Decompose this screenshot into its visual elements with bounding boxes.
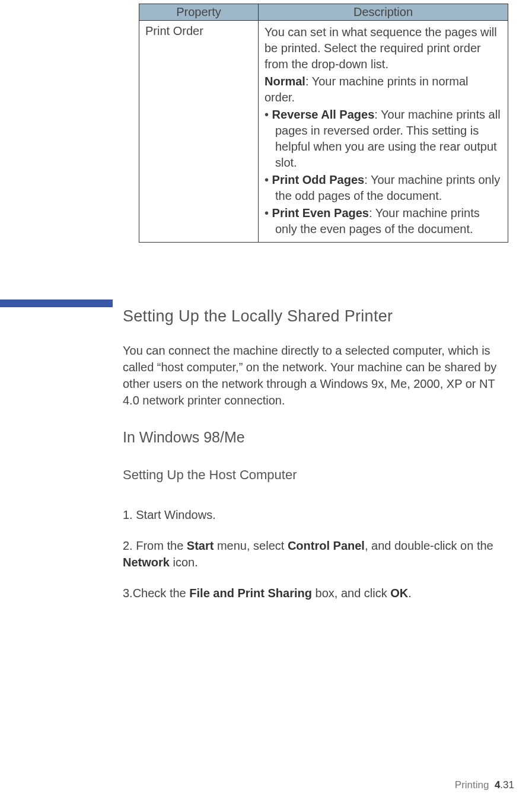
subheading-host: Setting Up the Host Computer — [123, 467, 508, 483]
step-2: 2. From the Start menu, select Control P… — [123, 537, 508, 571]
cell-description: You can set in what sequence the pages w… — [259, 21, 508, 243]
footer-chapter: 4 — [495, 779, 500, 791]
footer-section: Printing — [455, 779, 489, 791]
page-footer: Printing 4.31 — [455, 779, 514, 791]
desc-bullet-2: • Print Odd Pages: Your machine prints o… — [265, 172, 502, 204]
section-body: You can connect the machine directly to … — [123, 342, 508, 409]
desc-normal: Normal: Your machine prints in normal or… — [265, 74, 502, 106]
desc-bullet-1: • Reverse All Pages: Your machine prints… — [265, 107, 502, 171]
property-table: Property Description Print Order You can… — [139, 4, 508, 243]
desc-bullet-3: • Print Even Pages: Your machine prints … — [265, 205, 502, 237]
step-1: 1. Start Windows. — [123, 506, 508, 523]
step-3: 3.Check the File and Print Sharing box, … — [123, 585, 508, 601]
main-content: Setting Up the Locally Shared Printer Yo… — [123, 307, 508, 616]
section-heading: Setting Up the Locally Shared Printer — [123, 307, 508, 326]
footer-page: .31 — [500, 779, 514, 791]
desc-intro: You can set in what sequence the pages w… — [265, 24, 502, 72]
header-description: Description — [259, 4, 508, 21]
accent-bar — [0, 299, 113, 307]
header-property: Property — [139, 4, 259, 21]
cell-property: Print Order — [139, 21, 259, 243]
subheading-windows: In Windows 98/Me — [123, 429, 508, 446]
